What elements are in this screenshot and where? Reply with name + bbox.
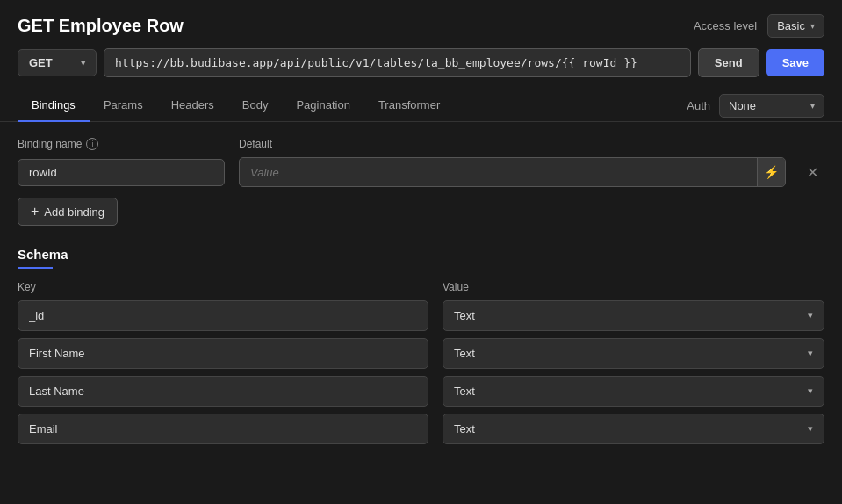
send-button[interactable]: Send	[698, 48, 759, 77]
binding-remove-button[interactable]: ✕	[800, 160, 824, 184]
schema-value-chevron-email: ▾	[808, 423, 813, 435]
schema-value-select-email[interactable]: Text ▾	[443, 414, 824, 444]
access-level-label: Access level	[694, 19, 757, 32]
tab-headers[interactable]: Headers	[157, 90, 228, 122]
schema-value-select-lastname[interactable]: Text ▾	[443, 376, 824, 407]
binding-default-col-label: Default	[239, 138, 824, 150]
url-row: GET ▾ Send Save	[0, 48, 842, 90]
tab-body[interactable]: Body	[228, 90, 283, 122]
schema-value-text-firstname: Text	[454, 347, 808, 360]
binding-default-wrapper: ⚡	[239, 157, 786, 187]
schema-row: Text ▾	[18, 338, 824, 369]
schema-key-input-lastname[interactable]	[18, 376, 428, 407]
method-value: GET	[29, 56, 53, 69]
tab-pagination[interactable]: Pagination	[282, 90, 363, 122]
schema-value-col-label: Value	[443, 281, 824, 293]
url-input[interactable]	[104, 48, 691, 77]
schema-section: Schema Key Value Text ▾ Text ▾ Text ▾ Te…	[0, 226, 842, 444]
schema-value-select-firstname[interactable]: Text ▾	[443, 338, 824, 369]
binding-default-input[interactable]	[240, 160, 757, 185]
method-chevron: ▾	[81, 58, 85, 68]
auth-row: Auth None ▾	[687, 94, 824, 118]
schema-row: Text ▾	[18, 300, 824, 331]
schema-value-text-id: Text	[454, 309, 808, 322]
add-binding-plus-icon: +	[31, 205, 39, 219]
binding-name-info-icon[interactable]: i	[86, 138, 98, 150]
schema-col-headers: Key Value	[18, 281, 824, 293]
schema-key-input-id[interactable]	[18, 300, 428, 331]
tab-params[interactable]: Params	[90, 90, 157, 122]
save-button[interactable]: Save	[766, 49, 824, 76]
auth-select[interactable]: None ▾	[719, 94, 824, 118]
schema-key-input-firstname[interactable]	[18, 338, 428, 369]
binding-name-col-label: Binding name i	[18, 138, 225, 150]
binding-column-headers: Binding name i Default	[18, 138, 824, 150]
tab-transformer[interactable]: Transformer	[364, 90, 454, 122]
schema-row: Text ▾	[18, 376, 824, 407]
schema-divider	[18, 267, 53, 269]
access-level-dropdown[interactable]: Basic ▾	[767, 14, 824, 38]
binding-name-input[interactable]	[18, 159, 225, 186]
header: GET Employee Row Access level Basic ▾	[0, 0, 842, 48]
schema-title: Schema	[18, 247, 824, 262]
schema-row: Text ▾	[18, 414, 824, 444]
bindings-section: Binding name i Default ⚡ ✕ + Add binding	[0, 122, 842, 226]
access-level-chevron: ▾	[810, 21, 815, 31]
auth-chevron: ▾	[810, 101, 815, 111]
schema-value-select-id[interactable]: Text ▾	[443, 300, 824, 331]
schema-key-input-email[interactable]	[18, 414, 428, 444]
binding-lightning-button[interactable]: ⚡	[757, 158, 785, 186]
header-right: Access level Basic ▾	[694, 14, 824, 38]
schema-key-col-label: Key	[18, 281, 428, 293]
method-select[interactable]: GET ▾	[18, 49, 97, 76]
tabs-row: Bindings Params Headers Body Pagination …	[0, 90, 842, 122]
add-binding-button[interactable]: + Add binding	[18, 198, 118, 226]
access-level-value: Basic	[777, 19, 805, 32]
schema-value-chevron-lastname: ▾	[808, 385, 813, 397]
page-title: GET Employee Row	[18, 16, 184, 36]
schema-value-text-email: Text	[454, 422, 808, 436]
schema-value-chevron-firstname: ▾	[808, 348, 813, 359]
auth-label: Auth	[687, 99, 710, 112]
schema-value-chevron-id: ▾	[808, 310, 813, 321]
tab-bindings[interactable]: Bindings	[18, 90, 90, 122]
auth-value: None	[729, 99, 756, 112]
schema-value-text-lastname: Text	[454, 385, 808, 398]
add-binding-label: Add binding	[44, 205, 104, 219]
binding-row: ⚡ ✕	[18, 157, 824, 187]
